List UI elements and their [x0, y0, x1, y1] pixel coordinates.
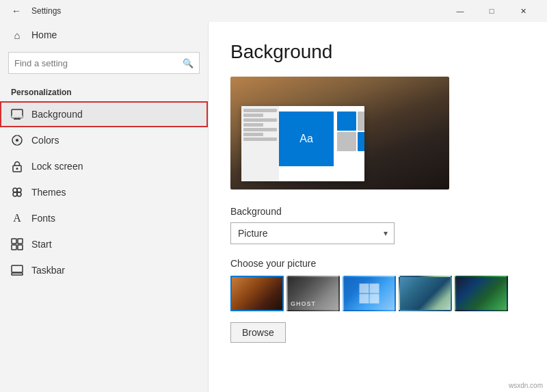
preview-overlay: Aa: [241, 106, 364, 181]
mock-line-2: [243, 114, 263, 117]
sidebar-item-colors-label: Colors: [31, 135, 59, 146]
choose-picture-label: Choose your picture: [230, 258, 525, 269]
thumbnail-3[interactable]: [343, 276, 396, 311]
sidebar-item-colors[interactable]: Colors: [0, 127, 208, 153]
ghost-text: GHOST: [291, 300, 336, 307]
svg-point-8: [16, 168, 18, 170]
sidebar-item-fonts-label: Fonts: [31, 213, 55, 224]
background-section-label: Background: [230, 206, 525, 217]
preview-sidebar-mock: [241, 106, 279, 181]
sidebar-item-lockscreen[interactable]: Lock screen: [0, 153, 208, 179]
title-bar-title: Settings: [31, 6, 61, 16]
minimize-button[interactable]: —: [444, 0, 476, 22]
tile-2: [358, 112, 364, 131]
aa-text: Aa: [299, 133, 313, 145]
start-icon: [11, 238, 23, 250]
tile-preview-4: [370, 294, 379, 304]
search-input[interactable]: [14, 58, 183, 68]
sidebar-item-background[interactable]: Background: [0, 101, 208, 127]
sidebar: ⌂ Home 🔍 Personalization Background: [0, 22, 209, 392]
mock-line-7: [243, 138, 277, 141]
mock-line-4: [243, 123, 263, 127]
tile-preview-3: [360, 294, 369, 304]
search-box: 🔍: [8, 52, 200, 74]
tile-preview-1: [360, 284, 369, 293]
sidebar-item-home[interactable]: ⌂ Home: [0, 22, 208, 48]
preview-tiles: [337, 112, 364, 151]
picture-grid: GHOST: [230, 276, 525, 311]
svg-rect-1: [12, 116, 23, 118]
svg-rect-13: [12, 239, 16, 244]
tile-preview-2: [370, 284, 379, 293]
themes-icon: [11, 186, 23, 198]
page-title: Background: [230, 41, 525, 63]
svg-point-6: [16, 139, 18, 142]
svg-rect-18: [12, 273, 23, 275]
fonts-icon: A: [11, 212, 23, 224]
home-icon: ⌂: [11, 29, 23, 41]
sidebar-item-start[interactable]: Start: [0, 231, 208, 257]
svg-point-12: [17, 192, 21, 196]
sidebar-item-lockscreen-label: Lock screen: [31, 161, 83, 172]
mock-line-6: [243, 133, 263, 136]
search-icon: 🔍: [183, 58, 194, 68]
home-label: Home: [31, 29, 57, 40]
title-bar-controls: ← Settings: [8, 3, 61, 19]
sidebar-item-fonts[interactable]: A Fonts: [0, 205, 208, 231]
colors-icon: [11, 134, 23, 146]
main-layout: ⌂ Home 🔍 Personalization Background: [0, 22, 547, 392]
thumbnail-5[interactable]: [455, 276, 508, 311]
back-button[interactable]: ←: [8, 3, 25, 19]
sidebar-item-themes-label: Themes: [31, 187, 66, 198]
svg-rect-14: [18, 239, 23, 244]
background-dropdown[interactable]: Picture Solid color Slideshow: [230, 222, 395, 244]
dropdown-wrapper: Picture Solid color Slideshow ▾: [230, 222, 395, 244]
browse-button[interactable]: Browse: [230, 322, 286, 343]
close-button[interactable]: ✕: [507, 0, 539, 22]
content-area: Background Aa: [209, 22, 547, 392]
sidebar-item-taskbar[interactable]: Taskbar: [0, 257, 208, 283]
mock-line-5: [243, 128, 277, 131]
thumbnail-4[interactable]: [399, 276, 452, 311]
thumbnail-2[interactable]: GHOST: [286, 276, 340, 311]
svg-point-9: [13, 188, 17, 192]
tile-4: [358, 132, 364, 151]
sidebar-item-start-label: Start: [31, 239, 52, 250]
title-bar: ← Settings — □ ✕: [0, 0, 547, 22]
preview-aa-block: Aa: [279, 112, 334, 166]
mock-line-1: [243, 109, 277, 112]
background-preview: Aa: [230, 77, 449, 190]
lockscreen-icon: [11, 160, 23, 172]
sidebar-item-themes[interactable]: Themes: [0, 179, 208, 205]
mock-line-3: [243, 118, 277, 122]
window-controls: — □ ✕: [444, 0, 539, 22]
section-title: Personalization: [0, 82, 208, 101]
tile-3: [337, 132, 356, 151]
watermark: wsxdn.com: [509, 382, 543, 389]
taskbar-icon: [11, 264, 23, 276]
thumbnail-1[interactable]: [230, 276, 284, 311]
sidebar-item-background-label: Background: [31, 109, 83, 120]
background-icon: [11, 108, 23, 120]
svg-rect-15: [12, 245, 16, 250]
svg-rect-17: [12, 265, 23, 272]
sidebar-item-taskbar-label: Taskbar: [31, 265, 65, 276]
svg-point-10: [17, 188, 21, 192]
tile-1: [337, 112, 356, 131]
maximize-button[interactable]: □: [476, 0, 507, 22]
svg-rect-16: [18, 245, 23, 250]
windows-tiles-preview: [360, 284, 379, 304]
svg-point-11: [13, 192, 17, 196]
